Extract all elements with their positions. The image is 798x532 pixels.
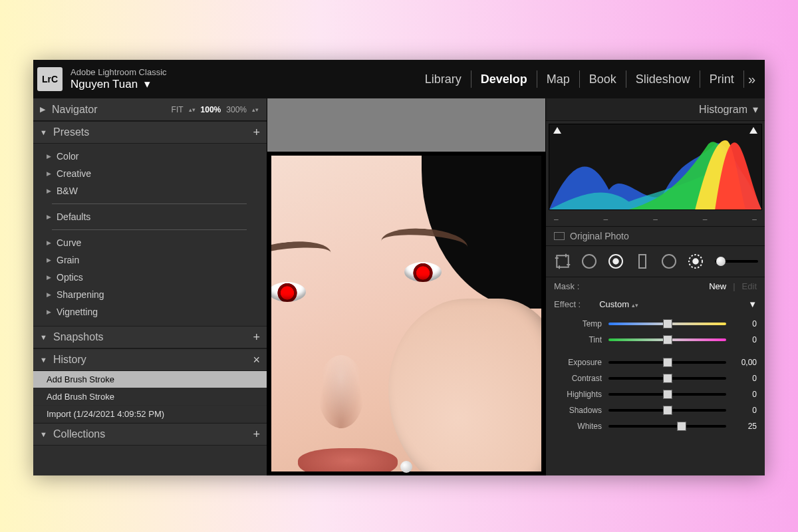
slider-value: 0 [733, 319, 757, 329]
tool-strip [546, 246, 765, 277]
histogram[interactable] [549, 124, 762, 210]
navigator-label: Navigator [52, 104, 97, 116]
title-block: Adobe Lightroom Classic Nguyen Tuan ▾ [70, 67, 167, 91]
history-header[interactable]: ▼ History × [33, 348, 267, 371]
slider-temp[interactable]: Temp0 [554, 316, 757, 332]
effect-select[interactable]: Custom ▴▾ [599, 299, 638, 309]
gradient-tool-icon[interactable] [632, 251, 652, 271]
slider-whites[interactable]: Whites25 [554, 418, 757, 434]
app-logo: LrC [37, 67, 63, 91]
collapse-icon: ▾ [753, 103, 758, 116]
module-library[interactable]: Library [416, 72, 471, 86]
clear-history-icon[interactable]: × [253, 353, 260, 367]
slider-knob[interactable] [663, 358, 672, 367]
crop-tool-icon[interactable] [553, 251, 573, 271]
slider-shadows[interactable]: Shadows0 [554, 402, 757, 418]
presets-header[interactable]: ▼ Presets + [33, 121, 267, 144]
histogram-header[interactable]: Histogram ▾ [546, 98, 765, 121]
slider-label: Tint [554, 335, 602, 344]
slider-contrast[interactable]: Contrast0 [554, 370, 757, 386]
updown-icon[interactable]: ▴▾ [188, 107, 197, 112]
slider-label: Highlights [554, 390, 602, 399]
user-menu[interactable]: Nguyen Tuan ▾ [70, 78, 167, 91]
add-preset-icon[interactable]: + [253, 126, 260, 140]
slider-track[interactable] [608, 361, 726, 364]
slider-track[interactable] [608, 323, 726, 325]
history-item[interactable]: Add Brush Stroke [33, 388, 267, 406]
photo[interactable] [271, 156, 541, 471]
preset-group[interactable]: ▶Defaults [47, 208, 267, 225]
preset-group[interactable]: ▶Optics [47, 269, 267, 286]
preset-group[interactable]: ▶Grain [47, 251, 267, 269]
module-print[interactable]: Print [700, 72, 743, 86]
histogram-label: Histogram [699, 104, 747, 116]
history-item[interactable]: Import (1/24/2021 4:09:52 PM) [33, 406, 267, 423]
slider-exposure[interactable]: Exposure0,00 [554, 354, 757, 370]
zoom-300[interactable]: 300% [225, 105, 248, 114]
module-slideshow[interactable]: Slideshow [626, 72, 700, 86]
app-frame: LrC Adobe Lightroom Classic Nguyen Tuan … [33, 60, 765, 475]
collapse-icon: ▼ [40, 128, 48, 136]
updown-icon[interactable]: ▴▾ [251, 107, 260, 112]
adjustment-sliders: Temp0Tint0Exposure0,00Contrast0Highlight… [546, 313, 765, 434]
preset-group[interactable]: ▶Vignetting [47, 303, 267, 321]
slider-highlights[interactable]: Highlights0 [554, 386, 757, 402]
preset-group[interactable]: ▶Color [47, 148, 267, 165]
user-name: Nguyen Tuan [70, 78, 138, 91]
history-item[interactable]: Add Brush Stroke [33, 371, 267, 388]
slider-track[interactable] [608, 409, 726, 412]
slider-track[interactable] [608, 425, 726, 428]
brush-tool-icon[interactable] [686, 251, 706, 271]
presets-label: Presets [53, 126, 89, 138]
add-snapshot-icon[interactable]: + [253, 331, 260, 344]
collapse-icon: ▼ [40, 430, 48, 438]
slider-label: Exposure [554, 358, 602, 367]
slider-knob[interactable] [663, 374, 672, 383]
slider-track[interactable] [608, 393, 726, 396]
preset-group[interactable]: ▶Sharpening [47, 286, 267, 303]
canvas-area[interactable] [267, 98, 545, 475]
module-develop[interactable]: Develop [471, 72, 537, 86]
red-eye-icon [404, 262, 442, 282]
collapse-icon: ▼ [40, 333, 48, 341]
heal-tool-icon[interactable] [579, 251, 599, 271]
slider-tint[interactable]: Tint0 [554, 332, 757, 348]
snapshots-header[interactable]: ▼ Snapshots + [33, 326, 267, 348]
slider-knob[interactable] [663, 335, 672, 344]
navigator-header[interactable]: ▶ Navigator FIT ▴▾ 100% 300% ▴▾ [33, 98, 267, 121]
redeye-tool-icon[interactable] [606, 251, 626, 271]
module-more-icon[interactable]: » [744, 72, 758, 87]
module-map[interactable]: Map [537, 72, 579, 86]
original-photo-row[interactable]: Original Photo [546, 226, 765, 246]
app-name: Adobe Lightroom Classic [70, 67, 167, 78]
brush-cursor-icon[interactable] [400, 461, 412, 473]
history-list: Add Brush Stroke Add Brush Stroke Import… [33, 371, 267, 423]
zoom-100[interactable]: 100% [200, 105, 223, 114]
radial-tool-icon[interactable] [659, 251, 679, 271]
mask-new[interactable]: New [709, 281, 726, 291]
preset-group[interactable]: ▶Curve [47, 234, 267, 251]
add-collection-icon[interactable]: + [253, 428, 260, 442]
slider-track[interactable] [608, 338, 726, 341]
slider-label: Shadows [554, 406, 602, 415]
slider-value: 0,00 [733, 358, 757, 367]
zoom-controls: FIT ▴▾ 100% 300% ▴▾ [170, 105, 260, 114]
slider-knob[interactable] [677, 422, 686, 431]
slider-label: Whites [554, 422, 602, 431]
slider-track[interactable] [608, 377, 726, 380]
disclosure-icon[interactable]: ▼ [748, 299, 757, 309]
slider-knob[interactable] [663, 319, 672, 329]
collections-header[interactable]: ▼ Collections + [33, 423, 267, 446]
slider-knob[interactable] [663, 390, 672, 399]
tool-slider[interactable] [715, 260, 758, 263]
zoom-fit[interactable]: FIT [170, 105, 185, 114]
preset-group[interactable]: ▶B&W [47, 182, 267, 200]
svg-rect-0 [557, 255, 569, 267]
preset-group[interactable]: ▶Creative [47, 165, 267, 182]
module-book[interactable]: Book [580, 72, 626, 86]
slider-knob[interactable] [663, 406, 672, 415]
svg-point-3 [613, 259, 618, 264]
original-label: Original Photo [570, 231, 629, 241]
slider-value: 0 [733, 335, 757, 344]
slider-label: Temp [554, 319, 602, 329]
